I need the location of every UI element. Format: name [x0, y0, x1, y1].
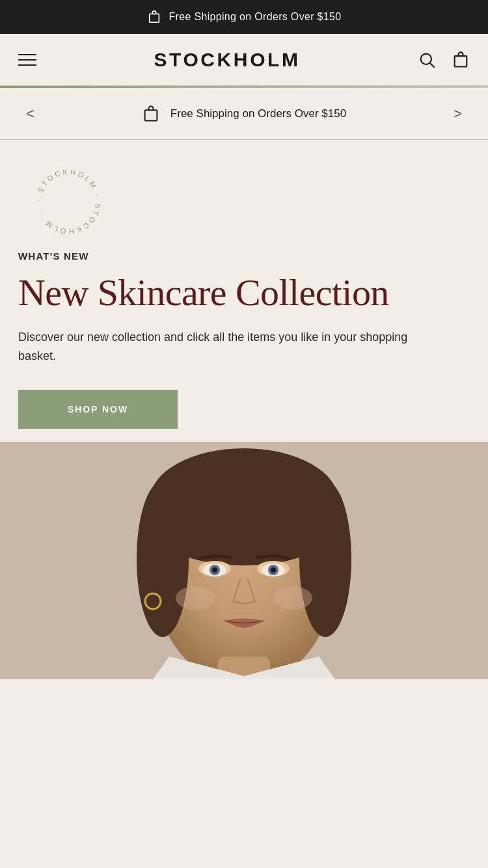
secondary-bar-text: Free Shipping on Orders Over $150 — [170, 107, 346, 120]
next-arrow[interactable]: > — [454, 105, 462, 122]
header-right — [418, 51, 470, 69]
svg-text:· STOCKHOLM · STOCKHOLM ·: · STOCKHOLM · STOCKHOLM · — [34, 168, 102, 236]
brand-logo[interactable]: STOCKHOLM — [154, 49, 300, 71]
shop-now-button[interactable]: SHOP NOW — [18, 390, 178, 429]
hero-description: Discover our new collection and click al… — [18, 328, 441, 366]
svg-point-1 — [421, 53, 431, 64]
prev-arrow[interactable]: < — [26, 105, 34, 122]
bag-icon-small — [147, 10, 161, 24]
hero-text-section: WHAT'S NEW New Skincare Collection Disco… — [0, 244, 488, 442]
hero-face-image — [0, 442, 488, 679]
hamburger-line-1 — [18, 54, 36, 55]
svg-point-19 — [212, 567, 217, 573]
announcement-text: Free Shipping on Orders Over $150 — [169, 11, 342, 23]
hamburger-line-3 — [18, 64, 36, 66]
header-left — [18, 54, 36, 66]
circular-badge-section: · STOCKHOLM · STOCKHOLM · — [0, 140, 488, 244]
bag-icon-secondary — [142, 105, 160, 123]
svg-rect-4 — [145, 110, 157, 120]
header: STOCKHOLM — [0, 34, 488, 86]
circular-badge: · STOCKHOLM · STOCKHOLM · — [33, 166, 104, 237]
circular-badge-svg: · STOCKHOLM · STOCKHOLM · — [33, 166, 104, 237]
announcement-bar: Free Shipping on Orders Over $150 — [0, 0, 488, 34]
svg-point-20 — [271, 567, 276, 573]
whats-new-label: WHAT'S NEW — [18, 251, 470, 262]
hamburger-icon[interactable] — [18, 54, 36, 66]
hero-image-placeholder — [0, 442, 488, 679]
svg-rect-0 — [149, 14, 159, 22]
hamburger-line-2 — [18, 59, 36, 61]
svg-point-12 — [153, 487, 335, 565]
secondary-bar: < Free Shipping on Orders Over $150 > — [0, 88, 488, 140]
svg-rect-3 — [455, 56, 467, 66]
svg-point-23 — [273, 586, 312, 610]
svg-point-22 — [176, 586, 215, 610]
hero-heading: New Skincare Collection — [18, 272, 470, 314]
secondary-bar-content: Free Shipping on Orders Over $150 — [142, 105, 346, 123]
hero-image-section — [0, 442, 488, 679]
search-icon[interactable] — [418, 51, 436, 69]
svg-line-2 — [430, 63, 434, 67]
cart-icon[interactable] — [452, 51, 470, 69]
